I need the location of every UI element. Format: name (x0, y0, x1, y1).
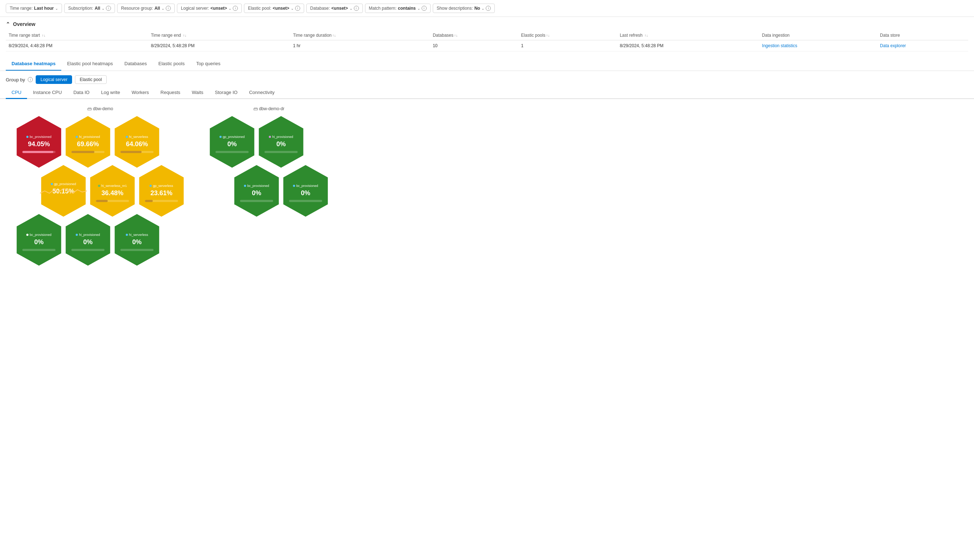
db-dot-icon (126, 136, 128, 138)
hex-cell[interactable]: hi_provisioned69.66% (65, 115, 111, 169)
match-pattern-chevron: ⌄ (417, 7, 420, 10)
col-time-range-end[interactable]: Time range end ↑↓ (148, 31, 291, 40)
bar-container (145, 200, 178, 202)
db-name: bc_provisioned (30, 233, 52, 237)
db-name: hi_serverless (129, 135, 148, 139)
bar-container (216, 151, 248, 153)
cell-elastic-pools: 1 (518, 40, 617, 52)
subtab-waits[interactable]: Waits (186, 87, 209, 99)
db-dot-icon (269, 136, 271, 138)
hex-content: hi_serverless64.06% (114, 115, 160, 169)
tab-elastic-pools[interactable]: Elastic pools (152, 57, 190, 71)
match-pattern-filter[interactable]: Match pattern: contains ⌄ i (365, 3, 431, 13)
db-dot-icon (293, 185, 295, 187)
db-name: hi_provisioned (272, 135, 293, 139)
subtab-storage-io[interactable]: Storage IO (209, 87, 243, 99)
cluster-label: 🗃 dbw-demo (87, 106, 113, 111)
tab-top-queries[interactable]: Top queries (190, 57, 226, 71)
database-filter[interactable]: Database: <unset> ⌄ i (306, 3, 363, 13)
hex-row: bc_provisioned94.05% hi_provisioned69.66… (14, 114, 186, 170)
hex-cell[interactable]: gp_provisioned50.15% (40, 164, 87, 218)
subtab-instance-cpu[interactable]: Instance CPU (27, 87, 67, 99)
cell-data-ingestion[interactable]: Ingestion statistics (759, 40, 877, 52)
group-by-section: Group by i Logical server Elastic pool (0, 71, 974, 87)
subtab-workers[interactable]: Workers (126, 87, 155, 99)
group-logical-server[interactable]: Logical server (36, 75, 72, 84)
col-time-range-start[interactable]: Time range start ↑↓ (6, 31, 148, 40)
bar-container (22, 249, 55, 251)
collapse-icon: ⌃ (6, 21, 10, 27)
db-dot-icon (98, 185, 100, 187)
hex-content: gp_provisioned0% (209, 115, 256, 169)
hex-content: gp_provisioned50.15% (40, 164, 87, 218)
db-name: bc_provisioned (30, 135, 52, 139)
hex-cell[interactable]: gp_provisioned0% (209, 115, 256, 169)
col-duration[interactable]: Time range duration↑↓ (290, 31, 430, 40)
db-name: hi_provisioned (79, 233, 100, 237)
group-elastic-pool[interactable]: Elastic pool (75, 75, 106, 84)
match-pattern-info-icon: i (422, 6, 427, 11)
hex-cell[interactable]: hi_serverless_nr136.48% (89, 164, 136, 218)
db-name: gp_provisioned (223, 135, 245, 139)
resource-group-chevron: ⌄ (161, 7, 164, 10)
db-name: hi_serverless_nr1 (101, 184, 127, 188)
overview-section: ⌃ Overview Time range start ↑↓ Time rang… (0, 17, 974, 56)
db-name: bc_provisioned (296, 184, 318, 188)
col-last-refresh[interactable]: Last refresh ↑↓ (617, 31, 759, 40)
db-name: hi_provisioned (79, 135, 100, 139)
col-data-store: Data store (877, 31, 968, 40)
cell-data-store[interactable]: Data explorer (877, 40, 968, 52)
subtab-cpu[interactable]: CPU (6, 87, 27, 99)
main-tabs: Database heatmaps Elastic pool heatmaps … (0, 57, 974, 71)
hex-value: 94.05% (28, 140, 50, 148)
hex-content: hi_serverless0% (114, 213, 160, 267)
hex-cell[interactable]: hi_provisioned0% (258, 115, 304, 169)
db-dot-icon (76, 234, 78, 236)
bar-container (289, 200, 322, 202)
hex-cell[interactable]: gp_serverless23.61% (138, 164, 185, 218)
server-icon: 🗃 (87, 106, 92, 111)
bar-container (240, 200, 273, 202)
subtab-requests[interactable]: Requests (155, 87, 186, 99)
tab-databases[interactable]: Databases (119, 57, 152, 71)
col-databases[interactable]: Databases↑↓ (430, 31, 518, 40)
col-elastic-pools[interactable]: Elastic pools↑↓ (518, 31, 617, 40)
hex-cell[interactable]: bc_provisioned0% (233, 164, 280, 218)
hex-content: hi_provisioned69.66% (65, 115, 111, 169)
tab-elastic-pool-heatmaps[interactable]: Elastic pool heatmaps (61, 57, 119, 71)
hex-cell[interactable]: bc_provisioned0% (15, 213, 62, 267)
time-range-filter[interactable]: Time range: Last hour ⌄ (6, 3, 62, 13)
subtab-data-io[interactable]: Data IO (68, 87, 95, 99)
subscription-filter[interactable]: Subscription: All ⌄ i (64, 3, 115, 13)
hex-cell[interactable]: bc_provisioned94.05% (15, 115, 62, 169)
db-dot-icon (76, 136, 78, 138)
logical-server-filter[interactable]: Logical server: <unset> ⌄ i (177, 3, 242, 13)
bar (71, 151, 94, 153)
hex-cell[interactable]: hi_serverless0% (114, 213, 160, 267)
cluster-1: 🗃 dbw-demo-dr gp_provisioned0% hi_provis… (207, 106, 330, 272)
group-by-label: Group by (6, 77, 25, 82)
hex-cell[interactable]: hi_provisioned0% (65, 213, 111, 267)
hex-value: 0% (301, 190, 310, 197)
elastic-pool-filter[interactable]: Elastic pool: <unset> ⌄ i (244, 3, 304, 13)
subtab-log-write[interactable]: Log write (95, 87, 126, 99)
show-descriptions-chevron: ⌄ (481, 7, 484, 10)
hex-content: hi_serverless_nr136.48% (89, 164, 136, 218)
filter-bar: Time range: Last hour ⌄ Subscription: Al… (0, 0, 974, 17)
db-dot-icon (26, 136, 28, 138)
tab-database-heatmaps[interactable]: Database heatmaps (6, 57, 61, 71)
elastic-pool-chevron: ⌄ (291, 7, 294, 10)
resource-group-filter[interactable]: Resource group: All ⌄ i (117, 3, 175, 13)
hex-value: 0% (227, 140, 237, 148)
group-by-info-icon: i (28, 77, 33, 82)
hex-cell[interactable]: hi_serverless64.06% (114, 115, 160, 169)
server-icon: 🗃 (253, 106, 258, 111)
database-info-icon: i (354, 6, 359, 11)
subtab-connectivity[interactable]: Connectivity (243, 87, 280, 99)
hex-cell[interactable]: bc_provisioned0% (282, 164, 329, 218)
subscription-chevron: ⌄ (102, 7, 105, 10)
cell-time-range-end: 8/29/2024, 5:48:28 PM (148, 40, 291, 52)
show-descriptions-filter[interactable]: Show descriptions: No ⌄ i (433, 3, 495, 13)
cluster-0: 🗃 dbw-demo bc_provisioned94.05% hi_provi… (14, 106, 186, 272)
overview-header[interactable]: ⌃ Overview (6, 21, 968, 27)
